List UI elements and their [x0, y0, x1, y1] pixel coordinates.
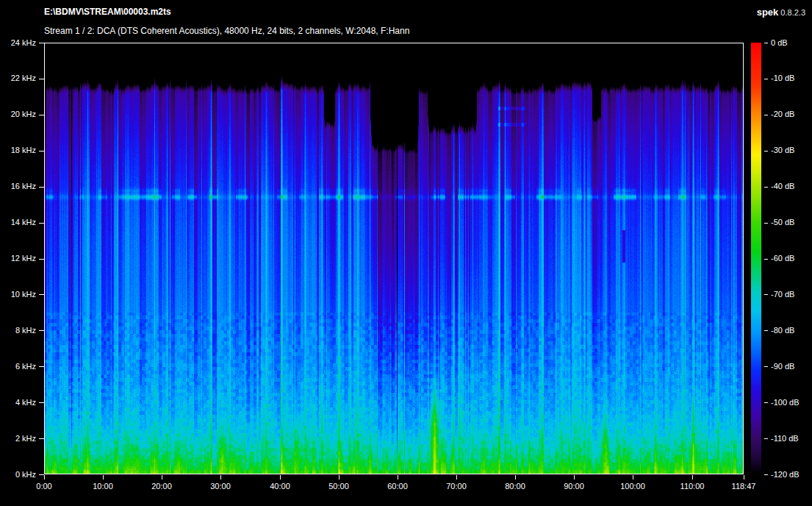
x-axis-tick — [339, 475, 339, 480]
x-axis-label: 118:47 — [732, 482, 756, 491]
y-axis-label: 12 kHz — [0, 254, 36, 263]
legend-label: -50 dB — [771, 218, 794, 227]
y-axis-label: 0 kHz — [0, 470, 36, 480]
y-axis-label: 6 kHz — [0, 362, 36, 371]
x-axis-label: 40:00 — [270, 482, 290, 491]
y-axis-tick — [39, 402, 44, 403]
y-axis-tick — [39, 294, 44, 295]
app-name: spek — [757, 7, 779, 18]
y-axis-tick — [39, 187, 44, 188]
y-axis-tick — [39, 79, 44, 79]
legend-tick — [764, 223, 768, 224]
legend-gradient-bar — [751, 43, 761, 474]
y-axis-label: 4 kHz — [0, 398, 36, 407]
x-axis-tick — [574, 475, 575, 480]
legend-label: -30 dB — [771, 146, 794, 155]
y-axis-label: 20 kHz — [0, 110, 36, 119]
legend-label: -120 dB — [771, 470, 800, 480]
app-title: spek 0.8.2.3 — [757, 7, 805, 18]
y-axis-label: 2 kHz — [0, 434, 36, 443]
legend-tick — [764, 259, 768, 260]
legend-label: -10 dB — [771, 74, 794, 83]
x-axis-label: 70:00 — [446, 482, 467, 491]
x-axis-tick — [456, 475, 457, 480]
x-axis-label: 0:00 — [36, 482, 51, 491]
spek-window: E:\BDMV\STREAM\00003.m2ts spek 0.8.2.3 S… — [0, 0, 812, 506]
legend-label: -80 dB — [771, 326, 794, 335]
y-axis-tick — [39, 438, 44, 439]
y-axis-label: 16 kHz — [0, 182, 36, 191]
y-axis-label: 8 kHz — [0, 326, 36, 335]
spectrogram-frame — [44, 43, 744, 474]
stream-info-line: Stream 1 / 2: DCA (DTS Coherent Acoustic… — [44, 26, 409, 36]
legend-label: -70 dB — [771, 290, 794, 299]
y-axis-label: 10 kHz — [0, 290, 36, 299]
x-axis-label: 110:00 — [680, 482, 705, 491]
y-axis-tick — [39, 474, 44, 475]
y-axis-tick — [39, 115, 44, 115]
x-axis-tick — [220, 475, 221, 480]
x-axis-tick — [515, 475, 516, 480]
legend-tick — [764, 438, 768, 439]
y-axis-label: 14 kHz — [0, 218, 36, 227]
legend-tick — [764, 402, 768, 403]
x-axis-tick — [692, 475, 693, 480]
y-axis-tick — [39, 366, 44, 367]
spectrogram-canvas — [45, 43, 743, 474]
y-axis-tick — [39, 259, 44, 260]
legend-label: -100 dB — [771, 398, 800, 407]
x-axis-tick — [44, 475, 45, 480]
legend-label: -110 dB — [771, 434, 799, 443]
y-axis-label: 18 kHz — [0, 146, 36, 155]
x-axis-tick — [633, 475, 633, 480]
x-axis-tick — [280, 475, 281, 480]
legend-tick — [764, 79, 768, 79]
app-version: 0.8.2.3 — [780, 8, 805, 17]
y-axis-tick — [39, 151, 44, 152]
y-axis-tick — [39, 330, 44, 331]
y-axis-tick — [39, 223, 44, 224]
legend-label: -40 dB — [771, 182, 794, 191]
x-axis-tick — [744, 475, 744, 480]
x-axis-tick — [162, 475, 162, 480]
x-axis-label: 90:00 — [564, 482, 584, 491]
legend-tick — [764, 330, 768, 331]
legend-label: 0 dB — [771, 38, 788, 48]
legend-tick — [764, 151, 768, 152]
legend-tick — [764, 115, 768, 115]
legend-tick — [764, 43, 768, 43]
legend-label: -20 dB — [771, 110, 794, 119]
legend-label: -90 dB — [771, 362, 794, 371]
legend-tick — [764, 366, 768, 367]
x-axis-label: 20:00 — [151, 482, 172, 491]
x-axis-label: 30:00 — [210, 482, 231, 491]
y-axis-label: 24 kHz — [0, 38, 36, 48]
y-axis-label: 22 kHz — [0, 74, 36, 83]
x-axis-label: 10:00 — [93, 482, 113, 491]
y-axis-tick — [39, 43, 44, 43]
legend-tick — [764, 474, 768, 475]
x-axis-tick — [103, 475, 104, 480]
x-axis-label: 80:00 — [505, 482, 525, 491]
x-axis-label: 60:00 — [387, 482, 408, 491]
x-axis-tick — [398, 475, 398, 480]
legend-tick — [764, 294, 768, 295]
file-path-title: E:\BDMV\STREAM\00003.m2ts — [44, 7, 171, 17]
legend-label: -60 dB — [771, 254, 794, 263]
legend-tick — [764, 187, 768, 188]
x-axis-label: 50:00 — [328, 482, 349, 491]
x-axis-label: 100:00 — [620, 482, 645, 491]
